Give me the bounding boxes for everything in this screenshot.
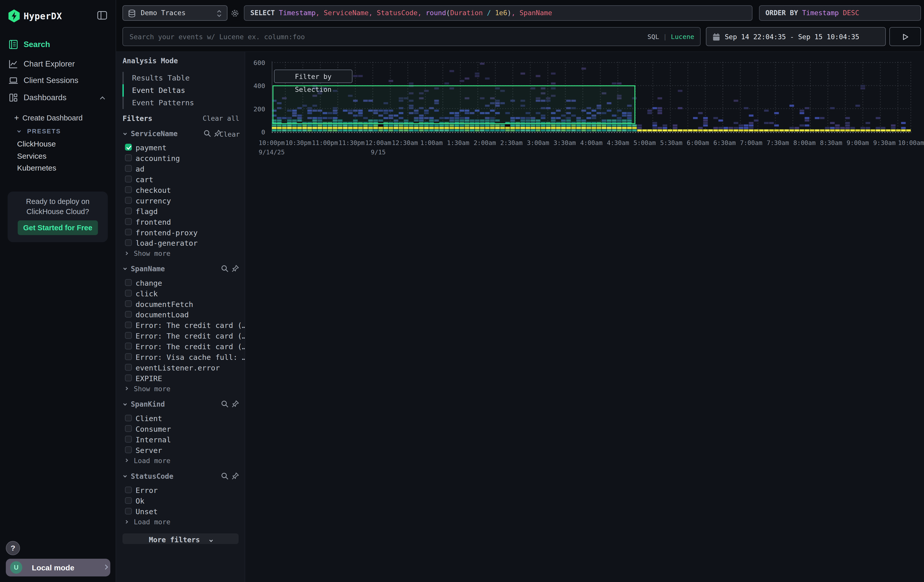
sidebar-item-chart-explorer[interactable]: Chart Explorer (0, 56, 116, 73)
analysis-mode-option-results-table[interactable]: Results Table (132, 72, 238, 84)
checkbox[interactable] (125, 508, 132, 515)
filter-option-servicename[interactable]: currency (116, 195, 245, 206)
filter-option-spanname[interactable]: EXPIRE (116, 373, 245, 384)
checkbox[interactable] (125, 300, 132, 307)
filter-option-spanname[interactable]: Error: The credit card (… (116, 331, 245, 341)
chevron-down-icon[interactable] (123, 267, 127, 270)
filter-option-servicename[interactable]: frontend (116, 217, 245, 227)
filter-option-servicename[interactable]: load-generator (116, 238, 245, 249)
gear-icon[interactable] (231, 9, 239, 18)
filter-option-servicename[interactable]: flagd (116, 206, 245, 217)
search-icon[interactable] (221, 265, 228, 272)
checkbox[interactable] (125, 154, 132, 161)
filter-option-servicename[interactable]: ad (116, 163, 245, 174)
checkbox[interactable] (125, 415, 132, 422)
checkbox[interactable] (125, 332, 132, 339)
query-language-toggle[interactable]: SQL | Lucene (647, 33, 694, 41)
filter-option-spanname[interactable]: Error: Visa cache full: … (116, 352, 245, 362)
mode-lucene[interactable]: Lucene (671, 33, 694, 41)
filter-option-spanname[interactable]: click (116, 288, 245, 299)
filter-option-servicename[interactable]: accounting (116, 153, 245, 163)
show-more-button[interactable]: Show more (116, 249, 245, 258)
checkbox[interactable] (125, 486, 132, 493)
checkbox[interactable] (125, 229, 132, 236)
filter-option-spanname[interactable]: change (116, 278, 245, 288)
checkbox[interactable] (125, 208, 132, 214)
filter-option-servicename[interactable]: payment (116, 142, 245, 153)
filter-option-spanname[interactable]: documentLoad (116, 310, 245, 320)
filter-option-spankind[interactable]: Server (116, 445, 245, 455)
checkbox[interactable] (125, 239, 132, 246)
checkbox[interactable] (125, 353, 132, 360)
filter-option-spanname[interactable]: eventListener.error (116, 362, 245, 373)
chevron-down-icon[interactable] (123, 132, 127, 135)
checkbox[interactable] (125, 343, 132, 350)
presets-toggle[interactable]: PRESETS (27, 128, 61, 135)
chevron-down-icon[interactable] (123, 474, 127, 478)
sidebar-collapse-icon[interactable] (97, 11, 107, 20)
pin-icon[interactable] (231, 265, 239, 272)
sql-select-input[interactable]: SELECT Timestamp, ServiceName, StatusCod… (244, 5, 752, 21)
filter-option-servicename[interactable]: frontend-proxy (116, 227, 245, 238)
checkbox[interactable] (125, 425, 132, 432)
checkbox[interactable] (125, 322, 132, 328)
pin-icon[interactable] (231, 400, 239, 408)
source-select[interactable]: Demo Traces (122, 5, 228, 21)
checkbox[interactable] (125, 218, 132, 225)
filter-option-spankind[interactable]: Client (116, 413, 245, 424)
filter-option-statuscode[interactable]: Unset (116, 506, 245, 517)
time-range-picker[interactable]: Sep 14 22:04:35 - Sep 15 10:04:35 (706, 27, 886, 46)
chevron-down-icon[interactable] (123, 402, 127, 406)
filter-option-servicename[interactable]: cart (116, 174, 245, 185)
sidebar-item-search[interactable]: Search (0, 36, 116, 53)
checkbox[interactable] (125, 436, 132, 443)
filter-option-spankind[interactable]: Consumer (116, 424, 245, 434)
account-menu[interactable]: U Local mode (6, 559, 110, 576)
filter-option-spanname[interactable]: Error: The credit card (… (116, 341, 245, 352)
filter-option-spanname[interactable]: Error: The credit card (… (116, 320, 245, 331)
sidebar-item-client-sessions[interactable]: Client Sessions (0, 73, 116, 89)
checkbox[interactable] (125, 374, 132, 381)
clear-all-filters-button[interactable]: Clear all (203, 114, 239, 122)
filter-option-spankind[interactable]: Internal (116, 434, 245, 445)
checkbox[interactable] (125, 497, 132, 504)
pin-icon[interactable] (231, 472, 239, 480)
search-input[interactable]: Search your events w/ Lucene ex. column:… (122, 27, 701, 46)
checkbox[interactable] (125, 165, 132, 172)
preset-services[interactable]: Services (17, 152, 46, 160)
checkbox[interactable] (125, 186, 132, 193)
checkbox[interactable] (125, 364, 132, 371)
checkbox[interactable] (125, 311, 132, 318)
checkbox[interactable] (125, 176, 132, 183)
checkbox[interactable] (125, 197, 132, 204)
create-dashboard-button[interactable]: + Create Dashboard (23, 114, 83, 122)
help-button[interactable]: ? (6, 541, 20, 555)
events-heatmap-canvas[interactable] (272, 59, 911, 133)
analysis-mode-option-event-patterns[interactable]: Event Patterns (132, 97, 238, 109)
checkbox[interactable] (125, 144, 132, 150)
search-icon[interactable] (203, 130, 211, 137)
checkbox[interactable] (125, 446, 132, 453)
checkbox[interactable] (125, 290, 132, 297)
checkbox[interactable] (125, 279, 132, 286)
filter-option-spanname[interactable]: documentFetch (116, 299, 245, 310)
run-query-button[interactable] (889, 27, 921, 46)
filter-option-servicename[interactable]: checkout (116, 185, 245, 195)
preset-kubernetes[interactable]: Kubernetes (17, 164, 56, 172)
show-more-button[interactable]: Show more (116, 384, 245, 394)
order-by-input[interactable]: ORDER BY Timestamp DESC (759, 5, 921, 21)
filter-option-statuscode[interactable]: Error (116, 485, 245, 496)
mode-sql[interactable]: SQL (647, 33, 659, 41)
load-more-button[interactable]: Load more (116, 518, 245, 527)
more-filters-button[interactable]: More filters (122, 533, 239, 544)
filter-option-statuscode[interactable]: Ok (116, 496, 245, 506)
preset-clickhouse[interactable]: ClickHouse (17, 140, 56, 148)
load-more-button[interactable]: Load more (116, 456, 245, 466)
sidebar-item-dashboards[interactable]: Dashboards (0, 89, 116, 106)
filter-by-selection-button[interactable]: Filter by Selection (274, 69, 352, 83)
search-icon[interactable] (221, 400, 228, 408)
clear-group-button[interactable]: Clear (219, 130, 240, 138)
analysis-mode-option-event-deltas[interactable]: Event Deltas (132, 84, 238, 97)
search-icon[interactable] (221, 472, 228, 480)
get-started-button[interactable]: Get Started for Free (18, 220, 98, 235)
